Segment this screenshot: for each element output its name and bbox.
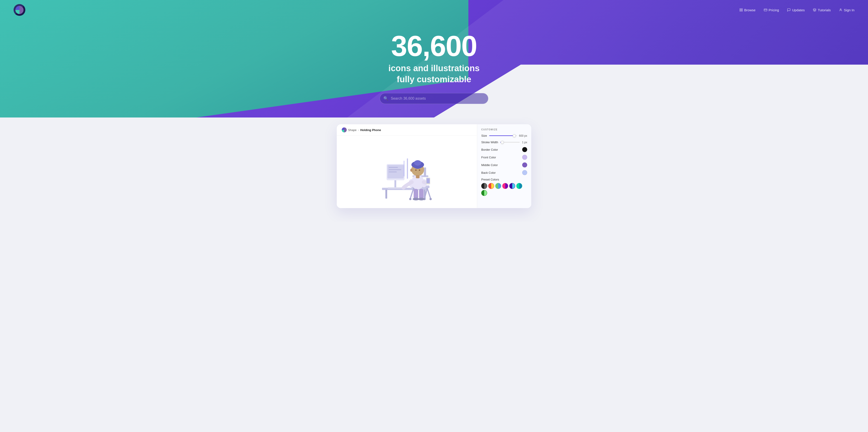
size-value: 600 px: [519, 134, 527, 137]
customize-title: CUSTOMIZE: [481, 128, 527, 131]
size-control-row: Size 600 px: [481, 134, 527, 137]
svg-rect-8: [385, 190, 387, 199]
svg-point-43: [419, 169, 420, 171]
size-slider-thumb[interactable]: [513, 134, 516, 137]
nav-signin[interactable]: Sign In: [839, 8, 855, 12]
bottom-section: Shape › Holding Phone: [0, 118, 868, 222]
stroke-label: Stroke Width: [481, 140, 498, 144]
svg-rect-10: [395, 180, 396, 189]
svg-rect-3: [741, 10, 742, 11]
preset-dot-4[interactable]: [502, 183, 508, 189]
stroke-slider-track[interactable]: [500, 142, 520, 142]
preset-colors-label: Preset Colors: [481, 178, 527, 181]
pricing-icon: [764, 8, 767, 12]
back-color-swatch[interactable]: [522, 170, 527, 175]
svg-rect-4: [764, 9, 767, 11]
updates-icon: [787, 8, 790, 12]
svg-rect-46: [407, 158, 408, 179]
svg-rect-45: [416, 175, 420, 178]
svg-rect-2: [740, 10, 741, 11]
svg-rect-32: [414, 189, 418, 199]
preset-dot-3[interactable]: [495, 183, 501, 189]
tutorials-icon: [813, 8, 816, 12]
navigation: Browse Pricing Updates Tutorials Sign In: [0, 0, 868, 20]
preset-dot-5[interactable]: [509, 183, 515, 189]
illustration-svg: [368, 140, 445, 204]
search-icon: 🔍: [383, 96, 388, 101]
preset-dot-2[interactable]: [488, 183, 494, 189]
border-color-swatch[interactable]: [522, 147, 527, 152]
stroke-value: 1 px: [522, 141, 527, 144]
back-color-label: Back Color: [481, 171, 496, 174]
breadcrumb-current: Holding Phone: [360, 128, 381, 132]
breadcrumb-logo: [342, 127, 347, 132]
front-color-swatch[interactable]: [522, 155, 527, 160]
middle-color-row: Middle Color: [481, 162, 527, 167]
svg-point-44: [410, 169, 412, 172]
browse-icon: [739, 8, 743, 12]
preset-dot-1[interactable]: [481, 183, 487, 189]
logo[interactable]: [13, 4, 25, 16]
breadcrumb-separator: ›: [358, 128, 359, 132]
preset-dot-7[interactable]: [481, 190, 487, 196]
svg-point-34: [413, 198, 419, 200]
nav-tutorials[interactable]: Tutorials: [813, 8, 831, 12]
logo-mark: [16, 6, 24, 14]
svg-rect-37: [427, 178, 430, 183]
nav-updates[interactable]: Updates: [787, 8, 805, 12]
search-input[interactable]: [380, 93, 488, 104]
border-color-label: Border Color: [481, 148, 498, 152]
customize-panel: CUSTOMIZE Size 600 px Stroke Width 1 px: [477, 124, 531, 208]
svg-point-42: [415, 169, 416, 171]
size-slider-fill: [489, 135, 514, 136]
stroke-slider-thumb[interactable]: [501, 141, 504, 144]
svg-point-6: [840, 9, 841, 10]
svg-point-26: [430, 198, 432, 200]
svg-rect-0: [740, 8, 741, 10]
demo-left-panel: Shape › Holding Phone: [337, 124, 477, 208]
middle-color-label: Middle Color: [481, 163, 498, 167]
breadcrumb: Shape › Holding Phone: [337, 124, 477, 136]
nav-browse[interactable]: Browse: [739, 8, 755, 12]
border-color-row: Border Color: [481, 147, 527, 152]
hero-subtitle: icons and illustrations fully customizab…: [388, 63, 479, 85]
preset-dot-6[interactable]: [516, 183, 522, 189]
svg-rect-47: [403, 161, 405, 176]
front-color-row: Front Color: [481, 155, 527, 160]
svg-rect-16: [389, 171, 397, 172]
svg-rect-17: [388, 187, 403, 189]
size-slider-track[interactable]: [489, 135, 517, 136]
back-color-row: Back Color: [481, 170, 527, 175]
svg-point-35: [418, 198, 425, 200]
hero-count: 36,600: [391, 32, 477, 61]
search-container: 🔍: [380, 93, 488, 104]
preset-colors-grid: [481, 183, 527, 196]
stroke-control-row: Stroke Width 1 px: [481, 140, 527, 144]
demo-card: Shape › Holding Phone: [337, 124, 531, 208]
nav-pricing[interactable]: Pricing: [764, 8, 779, 12]
svg-rect-15: [389, 169, 401, 170]
svg-point-25: [409, 198, 411, 200]
illustration-area: [337, 136, 477, 208]
svg-rect-19: [424, 167, 426, 176]
svg-point-41: [414, 160, 421, 166]
signin-icon: [839, 8, 842, 12]
middle-color-swatch[interactable]: [522, 162, 527, 167]
svg-rect-33: [419, 189, 424, 199]
front-color-label: Front Color: [481, 156, 496, 159]
svg-rect-14: [389, 167, 398, 168]
nav-links: Browse Pricing Updates Tutorials Sign In: [739, 8, 855, 12]
breadcrumb-shape: Shape: [348, 128, 356, 132]
svg-line-22: [427, 188, 431, 199]
svg-rect-1: [741, 8, 742, 10]
size-label: Size: [481, 134, 487, 137]
